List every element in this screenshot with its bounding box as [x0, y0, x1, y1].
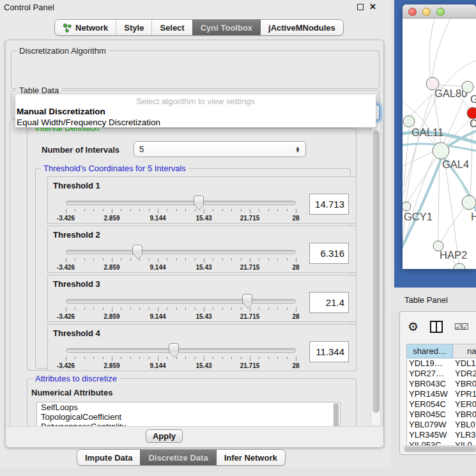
threshold-1-slider[interactable]: -3.4262.8599.14415.4321.71528 [66, 195, 296, 223]
close-icon[interactable]: ✕ [369, 2, 376, 12]
zoom-traffic-icon[interactable] [436, 8, 445, 16]
cell-shared-name[interactable]: YBR045C [407, 410, 453, 420]
tab-select[interactable]: Select [151, 20, 192, 35]
threshold-2-slider[interactable]: -3.4262.8599.14415.4321.71528 [66, 244, 296, 272]
dropdown-placeholder: Select algorithm to view settings [15, 95, 376, 106]
network-node[interactable] [462, 196, 476, 210]
threshold-3-slider[interactable]: -3.4262.8599.14415.4321.71528 [66, 293, 296, 321]
cell-shared-name[interactable]: YLR345W [407, 430, 453, 440]
table-row[interactable]: YDL19…YDL1 [407, 358, 476, 369]
number-of-intervals-combobox[interactable]: 5 ▲▼ [134, 141, 306, 157]
combo-stepper-icon: ▲▼ [295, 146, 300, 153]
network-edge[interactable] [404, 128, 409, 186]
table-row[interactable]: YBL079WYBL0 [407, 420, 476, 430]
cell-name[interactable]: YBR0 [453, 379, 476, 389]
table-row[interactable]: YBR043CYBR0 [407, 379, 476, 389]
network-node[interactable] [462, 81, 473, 93]
network-edge[interactable] [433, 19, 450, 77]
threshold-3-value-field[interactable]: 21.4 [309, 292, 349, 313]
threshold-2-box: Threshold 2 -3.4262.8599.14415.4321.7152… [47, 226, 357, 273]
slider-tick [268, 357, 269, 359]
tab-infer-network[interactable]: Infer Network [216, 450, 285, 465]
slider-tick [139, 209, 140, 211]
threshold-4-box: Threshold 4 -3.4262.8599.14415.4321.7152… [47, 324, 357, 371]
slider-tick-label: 21.715 [240, 362, 260, 369]
split-columns-icon[interactable] [430, 321, 443, 333]
attribute-list-item[interactable]: TopologicalCoefficient [37, 412, 340, 422]
dropdown-option-manual[interactable]: Manual Discretization [15, 106, 376, 117]
cell-shared-name[interactable]: YER054C [407, 399, 453, 410]
table-row[interactable]: YLR345WYLR3 [407, 430, 476, 440]
threshold-1-value-field[interactable]: 14.713 [309, 194, 349, 215]
slider-handle[interactable] [242, 294, 252, 304]
cell-name[interactable]: YDR2 [453, 369, 476, 379]
slider-track[interactable] [66, 299, 296, 303]
minimize-traffic-icon[interactable] [422, 8, 431, 16]
dropdown-option-equal-width[interactable]: Equal Width/Frequency Discretization [15, 117, 376, 128]
threshold-4-slider[interactable]: -3.4262.8599.14415.4321.71528 [66, 342, 296, 371]
network-node[interactable] [433, 142, 449, 159]
network-view-window[interactable]: GAL80GCGAL11GAL4GCY1HHAP2 [403, 4, 476, 269]
network-edge[interactable] [439, 85, 462, 86]
table-row[interactable]: YER054CYER0 [407, 399, 476, 410]
attribute-list-item[interactable]: SelfLoops [37, 403, 340, 412]
table-panel-header: Table Panel [391, 288, 476, 311]
slider-track[interactable] [66, 348, 296, 353]
network-canvas[interactable]: GAL80GCGAL11GAL4GCY1HHAP2 [403, 19, 476, 269]
panel-scrollbar[interactable] [371, 121, 381, 425]
slider-tick [176, 258, 177, 261]
tab-jactivemnodules[interactable]: jActiveMNodules [260, 20, 343, 35]
cell-shared-name[interactable]: YBL079W [407, 420, 453, 430]
table-hscrollbar[interactable] [404, 445, 476, 452]
slider-tick [93, 209, 94, 211]
network-edge[interactable] [438, 159, 440, 241]
tab-discretize-data[interactable]: Discretize Data [140, 450, 215, 465]
slider-tick [268, 307, 269, 310]
table-row[interactable]: YBR045CYBR0 [407, 410, 476, 420]
cell-shared-name[interactable]: YPR145W [407, 389, 453, 399]
network-window-titlebar[interactable] [403, 4, 476, 19]
threshold-4-value-field[interactable]: 11.344 [309, 341, 349, 362]
cell-name[interactable]: YLR3 [453, 430, 476, 440]
slider-handle[interactable] [169, 343, 179, 353]
tab-impute-data[interactable]: Impute Data [77, 450, 140, 465]
slider-handle[interactable] [194, 196, 204, 206]
slider-handle[interactable] [132, 245, 142, 255]
tab-style[interactable]: Style [116, 20, 151, 35]
slider-tick [195, 307, 196, 310]
checkbox-columns-icon[interactable]: ☑☑ [454, 322, 468, 332]
table-row[interactable]: YDR27…YDR2 [407, 369, 476, 379]
column-header-name[interactable]: na [453, 344, 476, 358]
cell-name[interactable]: YPR1 [453, 389, 476, 399]
table-hscroll-thumb[interactable] [404, 447, 476, 452]
cell-shared-name[interactable]: YDL19… [407, 358, 453, 369]
slider-tick [250, 307, 250, 312]
float-window-icon[interactable] [357, 4, 364, 10]
close-traffic-icon[interactable] [408, 8, 417, 16]
slider-tick [158, 258, 158, 263]
slider-tick-label: 28 [292, 264, 299, 271]
cell-name[interactable]: YDL1 [453, 358, 476, 369]
slider-tick [213, 258, 213, 261]
slider-track[interactable] [66, 201, 296, 205]
slider-track[interactable] [66, 250, 296, 254]
network-node[interactable] [403, 202, 411, 211]
network-node[interactable] [403, 116, 415, 127]
slider-tick-label: 2.859 [104, 215, 119, 222]
gear-icon[interactable]: ⚙ [408, 319, 418, 334]
tab-network[interactable]: Network [55, 20, 116, 35]
apply-button[interactable]: Apply [146, 429, 183, 443]
network-edge[interactable] [406, 93, 433, 202]
threshold-2-value-field[interactable]: 6.316 [309, 243, 349, 264]
cell-shared-name[interactable]: YDR27… [407, 369, 453, 379]
cell-name[interactable]: YBL0 [453, 420, 476, 430]
cell-name[interactable]: YER0 [453, 399, 476, 410]
tab-cyni-toolbox[interactable]: Cyni Toolbox [192, 20, 260, 35]
column-header-shared[interactable]: shared… [407, 344, 453, 358]
slider-tick-label: -3.426 [57, 362, 75, 369]
table-row[interactable]: YPR145WYPR1 [407, 389, 476, 399]
threshold-1-box: Threshold 1 -3.4262.8599.14415.4321.7152… [47, 176, 357, 224]
cell-shared-name[interactable]: YBR043C [407, 379, 453, 389]
cell-name[interactable]: YBR0 [453, 410, 476, 420]
panel-scroll-thumb[interactable] [372, 130, 380, 413]
